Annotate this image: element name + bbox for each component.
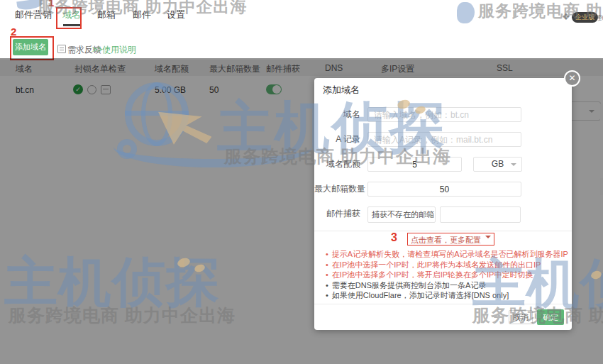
capture-field-label: 邮件捕获 [314, 206, 360, 221]
notes-list: •提示A记录解析失败，请检查填写的A记录域名是否已解析到服务器IP •在IP池中… [326, 250, 563, 302]
note-item: •在IP池中选择一个IP时，此IP将作为本域名发送邮件的出口IP [326, 261, 563, 269]
quota-unit-select[interactable]: GB [473, 157, 522, 172]
capture-mode-value: 捕获不存在的邮箱 [372, 210, 434, 219]
feedback-icon [57, 45, 66, 53]
add-domain-button[interactable]: 添加域名 [13, 39, 48, 55]
note-item: •如果使用CloudFlare，添加记录时请选择[DNS only] [326, 292, 563, 299]
cancel-button[interactable]: 取消 [509, 310, 533, 324]
domain-field-label: 域名 [314, 107, 360, 122]
usage-guide-link[interactable]: >>使用说明 [92, 44, 136, 56]
more-config-link[interactable]: 点击查看，更多配置 [407, 233, 494, 246]
quota-input[interactable] [367, 157, 462, 172]
confirm-button[interactable]: 确定 [537, 309, 564, 325]
divider [314, 231, 572, 231]
chevron-down-icon [485, 236, 491, 241]
close-icon[interactable]: ✕ [564, 70, 580, 87]
chevron-down-icon [426, 214, 431, 219]
annotation-step-1: 1 [48, 0, 54, 9]
diamond-icon: ❖ [562, 11, 570, 22]
annotation-step-3: 3 [391, 231, 397, 244]
modal-title: 添加域名 [323, 84, 360, 96]
capture-mode-select[interactable]: 捕获不存在的邮箱 [367, 206, 436, 223]
top-navigation: 邮件营销 域名 邮箱 邮件 设置 1 ❖ 企业版 到期 2 添加域名 需求反馈 … [0, 0, 603, 58]
a-record-input[interactable] [367, 132, 521, 147]
nav-tab-settings[interactable]: 设置 [167, 9, 185, 21]
note-item: •提示A记录解析失败，请检查填写的A记录域名是否已解析到服务器IP [326, 250, 563, 258]
chevron-down-icon [511, 163, 516, 169]
quota-unit-value: GB [492, 159, 504, 169]
add-domain-modal: 添加域名 ✕ 域名 A 记录 域名配额 GB 最大邮箱数量 邮件捕获 捕获不存在… [314, 78, 572, 330]
max-mailboxes-input[interactable] [367, 182, 521, 197]
more-config-label: 点击查看，更多配置 [411, 236, 481, 244]
expiry-label: 到期 [598, 13, 603, 23]
note-item: •在IP池中选择多个IP时，将开启IP轮换在多个IP中定时切换 [326, 271, 563, 279]
note-item: •需要在DNS服务提供商控制台添加一条A记录 [326, 282, 563, 289]
a-record-field-label: A 记录 [314, 132, 360, 147]
max-mailboxes-field-label: 最大邮箱数量 [314, 182, 360, 197]
capture-target-input[interactable] [440, 206, 521, 223]
plan-badge: 企业版 [572, 12, 598, 23]
quota-field-label: 域名配额 [314, 157, 360, 172]
nav-tab-email-marketing[interactable]: 邮件营销 [15, 9, 52, 21]
domain-input[interactable] [367, 107, 521, 122]
nav-tab-mailbox[interactable]: 邮箱 [97, 9, 116, 21]
annotation-box-domain-tab [56, 7, 82, 29]
nav-tab-mail[interactable]: 邮件 [133, 9, 151, 21]
footer-divider [314, 304, 572, 304]
